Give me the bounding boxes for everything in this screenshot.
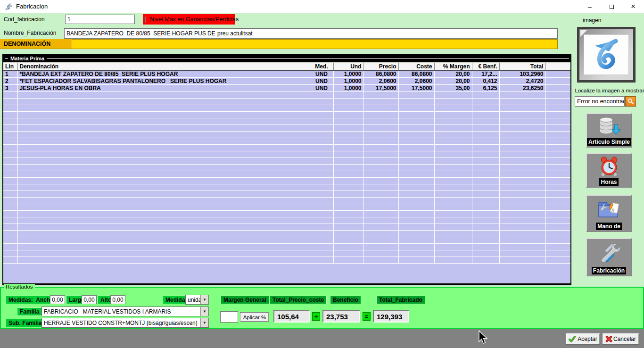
column-header-6[interactable]: Coste (398, 63, 434, 70)
table-cell[interactable]: 1 (3, 70, 17, 78)
table-cell[interactable]: 20,00 (434, 78, 472, 85)
table-row[interactable]: 1*BANDEJA EXT ZAPATERO DE 80/85 SERIE PL… (3, 70, 570, 78)
table-cell (434, 138, 472, 145)
fabricacion-button[interactable]: Fabricación (586, 238, 632, 276)
table-cell (17, 92, 310, 99)
table-cell[interactable]: 23,6250 (499, 85, 545, 92)
column-header-5[interactable]: Precio (363, 63, 398, 70)
table-cell (472, 257, 499, 264)
table-cell[interactable]: *BANDEJA EXT ZAPATERO DE 80/85 SERIE PLU… (17, 70, 310, 78)
column-header-8[interactable]: € Benf. (472, 63, 499, 70)
horas-button[interactable]: Horas (586, 153, 632, 188)
table-cell (333, 112, 363, 118)
table-cell[interactable]: 1,0000 (333, 85, 363, 92)
largo-input[interactable]: 0,00 (82, 295, 97, 304)
table-cell[interactable]: 17,2... (472, 70, 499, 78)
table-cell (499, 204, 545, 211)
table-cell (499, 151, 545, 158)
table-cell (363, 165, 398, 171)
table-cell[interactable]: 86,0800 (363, 70, 398, 78)
table-cell (398, 112, 434, 118)
table-cell[interactable]: 1,0000 (333, 78, 363, 85)
ancho-input[interactable]: 0,00 (50, 295, 65, 304)
table-cell[interactable] (545, 85, 570, 92)
cancelar-button[interactable]: Cancelar (602, 333, 639, 345)
table-cell[interactable]: 2,4720 (499, 78, 545, 85)
column-header-9[interactable]: Total (499, 63, 545, 70)
table-cell[interactable]: 35,00 (434, 85, 472, 92)
table-cell[interactable] (545, 78, 570, 85)
table-cell[interactable]: 3 (3, 85, 17, 92)
nivel-max-checkbox[interactable] (145, 17, 146, 23)
denominacion-input[interactable] (72, 39, 558, 49)
maximize-button[interactable] (601, 0, 622, 13)
table-cell (398, 198, 434, 204)
minimize-button[interactable]: – (579, 0, 601, 13)
table-cell[interactable]: 86,0800 (398, 70, 434, 78)
column-header-2[interactable]: Denominación (17, 63, 310, 70)
table-cell[interactable]: 17,5000 (398, 85, 434, 92)
cod-fabricacion-input[interactable]: 1 (65, 15, 135, 24)
sub-familia-select[interactable]: HERRAJE VESTIDO CONSTR+MONTJ (bisagr/gui… (41, 318, 209, 328)
aplicar-percent-button[interactable]: Aplicar % (240, 312, 269, 322)
table-cell (398, 184, 434, 191)
table-cell (310, 145, 333, 151)
table-cell (3, 132, 17, 138)
table-row[interactable]: 3JESUS-PLA HORAS EN OBRAUND1,000017,5000… (3, 85, 570, 92)
table-cell (434, 178, 472, 184)
table-cell[interactable]: *FET ESPACIADOR SALVABISAGRAS PANTALONER… (17, 78, 310, 85)
table-cell (398, 250, 434, 257)
image-search-input[interactable]: Error no encontrada (575, 96, 625, 107)
medida-select[interactable]: unidad ▼ (185, 295, 209, 305)
table-cell[interactable]: 2 (3, 78, 17, 85)
image-search-button[interactable] (625, 96, 636, 107)
table-cell (472, 151, 499, 158)
materia-prima-body: 1*BANDEJA EXT ZAPATERO DE 80/85 SERIE PL… (3, 70, 570, 264)
table-cell[interactable]: 2,0600 (363, 78, 398, 85)
table-cell[interactable] (545, 70, 570, 78)
table-cell (310, 125, 333, 132)
window-title: Fabricacion (16, 3, 48, 10)
table-cell (363, 132, 398, 138)
table-cell[interactable]: 103,2960 (499, 70, 545, 78)
table-cell (3, 151, 17, 158)
column-header-1[interactable]: Lin (3, 63, 17, 70)
table-cell[interactable]: JESUS-PLA HORAS EN OBRA (17, 85, 310, 92)
close-button[interactable]: × (622, 0, 644, 13)
localize-label: Localize la imagen a mostrar (574, 88, 644, 93)
mano-de-button[interactable]: Mano de (586, 195, 632, 232)
articulo-simple-button[interactable]: Artículo Simple (586, 113, 632, 148)
margen-general-input[interactable] (220, 311, 238, 323)
table-cell[interactable]: 1,0000 (333, 70, 363, 78)
table-cell (17, 191, 310, 198)
table-cell[interactable]: UND (310, 78, 333, 85)
table-cell (499, 99, 545, 105)
table-row (3, 237, 570, 244)
table-header-row: LinDenominaciónMed.UndPrecioCoste% Marge… (3, 63, 570, 70)
table-cell (3, 231, 17, 237)
table-cell[interactable]: 20,00 (434, 70, 472, 78)
table-cell (333, 99, 363, 105)
table-cell[interactable]: UND (310, 85, 333, 92)
app-tools-icon (5, 3, 12, 10)
table-row (3, 151, 570, 158)
table-row[interactable]: 2*FET ESPACIADOR SALVABISAGRAS PANTALONE… (3, 78, 570, 85)
aceptar-button[interactable]: Aceptar (566, 333, 600, 345)
table-cell (499, 132, 545, 138)
column-header-4[interactable]: Und (333, 63, 363, 70)
search-icon (627, 98, 634, 105)
table-cell (3, 178, 17, 184)
column-header-7[interactable]: % Margen (434, 63, 472, 70)
table-cell (363, 118, 398, 125)
table-cell[interactable]: UND (310, 70, 333, 78)
table-cell[interactable]: 6,125 (472, 85, 499, 92)
column-header-3[interactable]: Med. (310, 63, 333, 70)
nombre-fabricacion-input[interactable]: BANDEJA ZAPATERO DE 80/85 SERIE HOGAR PU… (64, 28, 558, 39)
table-cell[interactable]: 2,0600 (398, 78, 434, 85)
table-cell[interactable]: 17,5000 (363, 85, 398, 92)
table-cell (363, 145, 398, 151)
table-row (3, 99, 570, 105)
table-cell[interactable]: 0,412 (472, 78, 499, 85)
alto-input[interactable]: 0,00 (110, 295, 125, 304)
familia-select[interactable]: FABRICACIO MATERIAL VESTIDOS I ARMARIS ▼ (41, 307, 209, 316)
